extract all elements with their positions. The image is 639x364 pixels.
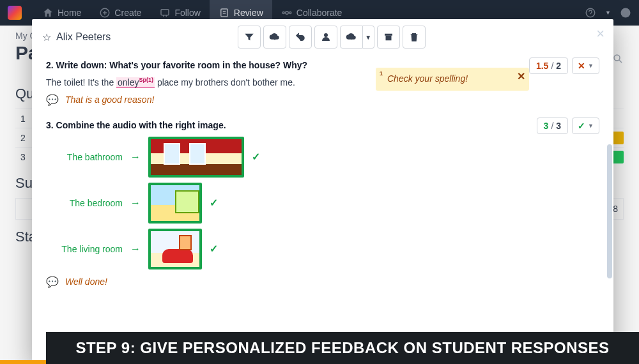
filter-icon (243, 31, 255, 43)
nav-label: Collaborate (296, 8, 343, 18)
chevron-down-icon: ▼ (588, 63, 594, 69)
assign-user-button[interactable] (314, 26, 337, 49)
create-icon (99, 7, 111, 19)
undo-button[interactable] (289, 26, 312, 49)
score-pill[interactable]: 1.5 / 2 (529, 57, 568, 74)
follow-icon (159, 7, 171, 19)
mark-dropdown[interactable]: ✓ ▼ (572, 118, 599, 134)
teacher-comment: 💬 Well done! (46, 276, 599, 288)
question-2: 1.5 / 2 ✕ ▼ 2. Write down: What's your f… (46, 60, 599, 106)
svg-rect-1 (161, 10, 169, 15)
comment-text: That is a good reason! (65, 95, 154, 105)
mark-dropdown[interactable]: ✕ ▼ (572, 57, 599, 74)
nav-label: Review (234, 8, 263, 18)
review-icon (219, 7, 230, 19)
match-row-livingroom: The living room → ✓ (52, 229, 599, 269)
app-logo[interactable] (8, 6, 22, 20)
mark-symbol: ✓ (578, 121, 585, 131)
match-label: The bedroom (52, 198, 123, 208)
cloud-upload-split: ▼ (340, 26, 374, 49)
callout-number: 1 (380, 70, 383, 77)
score-earned: 3 (544, 121, 549, 131)
review-modal: × ☆ Alix Peeters ▼ 1.5 / 2 (32, 19, 613, 364)
score-max: 3 (556, 121, 561, 131)
comment-icon[interactable]: 💬 (46, 94, 59, 106)
svg-point-10 (324, 33, 328, 37)
progress-bar (0, 360, 46, 364)
match-image-bedroom[interactable] (148, 183, 202, 224)
arrow-icon: → (130, 197, 141, 209)
check-icon: ✓ (252, 151, 260, 163)
user-icon (320, 31, 332, 43)
archive-icon (383, 31, 394, 43)
student-name: Alix Peeters (56, 31, 111, 43)
close-icon[interactable]: × (596, 26, 604, 42)
nav-right: ▼ (585, 7, 631, 19)
comment-text: Well done! (65, 277, 107, 287)
score-sep: / (551, 121, 553, 131)
modal-body: 1.5 / 2 ✕ ▼ 2. Write down: What's your f… (32, 55, 613, 364)
match-image-livingroom[interactable] (148, 229, 202, 269)
spelling-error[interactable]: onleySp(1) (116, 77, 155, 88)
nav-label: Home (58, 8, 81, 18)
score-pill[interactable]: 3 / 3 (537, 118, 568, 134)
nav-label: Create (114, 8, 141, 18)
chevron-down-icon: ▼ (588, 123, 594, 129)
help-caret[interactable]: ▼ (605, 10, 611, 16)
svg-point-4 (282, 12, 284, 14)
arrow-icon: → (130, 243, 141, 255)
svg-point-7 (621, 8, 631, 18)
callout-close-icon[interactable]: ✕ (517, 70, 525, 82)
help-icon[interactable] (585, 7, 596, 19)
svg-point-3 (286, 11, 289, 15)
score-box: 3 / 3 ✓ ▼ (537, 118, 599, 134)
upload-caret[interactable]: ▼ (363, 26, 374, 49)
modal-header: ☆ Alix Peeters ▼ (32, 19, 613, 55)
search-icon[interactable] (612, 53, 624, 64)
trash-icon (408, 31, 420, 43)
delete-button[interactable] (403, 26, 426, 49)
check-icon: ✓ (210, 197, 218, 209)
collaborate-icon (281, 7, 293, 19)
nav-label: Follow (174, 8, 200, 18)
match-image-bathroom[interactable] (148, 137, 244, 178)
question-3: 3 / 3 ✓ ▼ 3. Combine the audio with the … (46, 120, 599, 288)
svg-rect-12 (385, 36, 391, 41)
toolbar: ▼ (238, 26, 426, 49)
callout-text: Check your spelling! (387, 73, 468, 84)
filter-button[interactable] (238, 26, 261, 49)
score-sep: / (551, 61, 553, 71)
cloud-download-button[interactable] (263, 26, 286, 49)
match-row-bedroom: The bedroom → ✓ (52, 183, 599, 224)
undo-icon (295, 31, 306, 43)
arrow-icon: → (130, 151, 141, 163)
scrollbar[interactable] (607, 144, 612, 278)
match-label: The bathroom (52, 152, 123, 162)
star-icon[interactable]: ☆ (42, 31, 51, 43)
check-icon: ✓ (210, 243, 218, 255)
score-earned: 1.5 (536, 61, 548, 71)
home-icon (42, 7, 54, 19)
question-title: 3. Combine the audio with the right imag… (46, 120, 599, 130)
archive-button[interactable] (377, 26, 400, 49)
cloud-upload-icon (346, 31, 357, 43)
match-label: The living room (52, 244, 123, 254)
score-box: 1.5 / 2 ✕ ▼ (529, 57, 599, 74)
svg-point-5 (289, 12, 291, 14)
svg-rect-11 (385, 34, 392, 36)
svg-point-9 (614, 55, 620, 61)
step-banner: STEP 9: GIVE PERSONALIZED FEEDBACK ON ST… (46, 332, 639, 364)
cloud-download-icon (269, 31, 281, 43)
match-row-bathroom: The bathroom → ✓ (52, 137, 599, 178)
cloud-upload-button[interactable] (340, 26, 363, 49)
mark-symbol: ✕ (578, 61, 585, 71)
user-icon[interactable] (620, 7, 631, 19)
annotation-callout: 1 Check your spelling! ✕ (376, 68, 529, 91)
score-max: 2 (556, 61, 561, 71)
comment-icon[interactable]: 💬 (46, 276, 59, 288)
teacher-comment: 💬 That is a good reason! (46, 94, 599, 106)
